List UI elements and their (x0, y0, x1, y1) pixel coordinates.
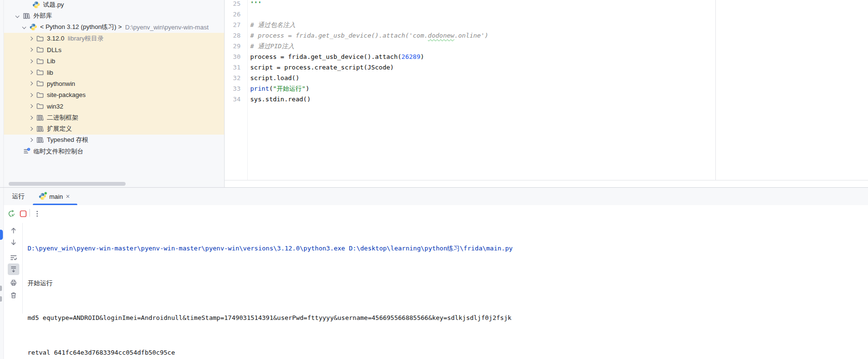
more-options-button[interactable] (32, 208, 43, 219)
toolbar-separator (29, 209, 30, 217)
panel-divider[interactable] (0, 187, 868, 188)
console-gutter-separator (22, 223, 23, 314)
comment-text: .online') (455, 32, 488, 39)
tree-item-label: win32 (47, 103, 63, 110)
soft-wrap-button[interactable] (8, 252, 19, 263)
comment-text: # process = frida.get_usb_device().attac… (250, 32, 428, 39)
tree-item-interpreter[interactable]: < Python 3.12 (python练习) > D:\pyenv_win\… (4, 22, 224, 33)
chevron-down-icon[interactable] (19, 26, 29, 28)
active-tab-indicator (33, 204, 77, 205)
code-text: script = process.create_script(JScode) (250, 64, 394, 71)
line-number[interactable]: 26 (225, 9, 241, 20)
line-number[interactable]: 27 (225, 20, 241, 30)
library-icon (36, 136, 44, 144)
line-number[interactable]: 34 (225, 94, 241, 105)
line-number[interactable]: 30 (225, 52, 241, 62)
keyword-print: print (250, 85, 269, 92)
tree-item-label: 试题.py (43, 0, 64, 9)
line-number[interactable]: 33 (225, 83, 241, 94)
stripe-icon-partial[interactable] (0, 296, 2, 302)
chevron-down-icon[interactable] (13, 14, 22, 17)
scroll-to-end-button[interactable] (8, 263, 19, 275)
active-toolwindow-indicator (0, 230, 3, 240)
gutter-separator (247, 0, 248, 180)
code-line: # 通过包名注入 (250, 20, 296, 30)
chevron-right-icon[interactable] (26, 37, 36, 40)
code-line: process = frida.get_usb_device().attach(… (250, 52, 424, 62)
tree-item-external-libraries[interactable]: 外部库 (4, 10, 224, 21)
rerun-button[interactable] (6, 208, 17, 219)
folder-icon (36, 35, 44, 42)
editor-bottom-border (225, 180, 868, 180)
code-line: # 通过PID注入 (250, 41, 294, 52)
tree-item-label: lib (47, 69, 53, 76)
chevron-right-icon[interactable] (26, 105, 36, 108)
running-indicator (44, 192, 47, 195)
chevron-right-icon[interactable] (26, 71, 36, 74)
close-icon[interactable]: × (66, 193, 70, 200)
tree-item-folder[interactable]: Lib (4, 55, 224, 67)
tree-item-label: site-packages (47, 91, 85, 98)
tree-item-folder[interactable]: pythonwin (4, 78, 224, 89)
chevron-right-icon[interactable] (26, 127, 36, 130)
code-line: script = process.create_script(JScode) (250, 62, 394, 73)
code-text: ) (420, 53, 424, 60)
tree-item-file[interactable]: 试题.py (4, 0, 224, 10)
comment-text: # 通过包名注入 (250, 21, 296, 28)
tree-item-folder[interactable]: lib (4, 67, 224, 78)
line-number[interactable]: 29 (225, 41, 241, 52)
code-text: process = frida.get_usb_device().attach( (250, 53, 401, 60)
up-stacktrace-button[interactable] (8, 225, 19, 236)
typo-highlight: dodonew (428, 32, 455, 39)
folder-icon (36, 91, 44, 99)
chevron-right-icon[interactable] (26, 82, 36, 85)
console-output[interactable]: D:\pyenv_win\pyenv-win-master\pyenv-win-… (28, 220, 674, 359)
run-tabstrip: 运行 main × (4, 188, 868, 205)
code-text: sys.stdin.read() (250, 96, 311, 103)
tree-item-label: Lib (47, 57, 55, 65)
chevron-right-icon[interactable] (26, 94, 36, 97)
project-tree-panel: 试题.py 外部库 < Python 3.12 (python练习) > D:\… (4, 0, 225, 187)
folder-icon (36, 57, 44, 65)
stop-button[interactable] (18, 208, 28, 219)
tab-main[interactable]: main × (33, 188, 75, 205)
clear-console-button[interactable] (8, 290, 19, 301)
toolwindow-title[interactable]: 运行 (12, 188, 25, 205)
chevron-right-icon[interactable] (26, 116, 36, 119)
line-number[interactable]: 28 (225, 30, 241, 41)
toolwindow-stripe (0, 0, 4, 359)
tree-item-extension-definitions[interactable]: 扩展定义 (4, 123, 224, 134)
tree-item-label: Typeshed 存根 (47, 136, 88, 144)
library-icon (22, 12, 30, 20)
horizontal-scrollbar[interactable] (9, 182, 126, 186)
tree-item-typeshed[interactable]: Typeshed 存根 (4, 135, 224, 146)
chevron-right-icon[interactable] (26, 138, 36, 141)
tree-item-folder[interactable]: DLLs (4, 44, 224, 55)
line-number[interactable]: 31 (225, 62, 241, 73)
print-button[interactable] (8, 277, 19, 289)
down-stacktrace-button[interactable] (8, 236, 19, 248)
python-icon (29, 23, 37, 31)
tree-item-binary-frameworks[interactable]: 二进制框架 (4, 112, 224, 123)
tree-item-label: 扩展定义 (47, 124, 72, 133)
docstring-delimiter: ''' (250, 0, 261, 7)
tree-item-folder[interactable]: win32 (4, 101, 224, 112)
line-number[interactable]: 32 (225, 73, 241, 83)
tree-item-label: < Python 3.12 (python练习) > (40, 23, 122, 31)
number-literal: 26289 (401, 53, 420, 60)
run-toolwindow: 运行 main × (4, 188, 868, 359)
code-text: ( (269, 85, 273, 92)
tree-item-label: 临时文件和控制台 (33, 147, 84, 156)
tree-item-folder[interactable]: 3.12.0 library根目录 (4, 33, 224, 44)
tree-item-scratches[interactable]: 临时文件和控制台 (4, 146, 224, 157)
tree-item-folder[interactable]: site-packages (4, 89, 224, 100)
chevron-right-icon[interactable] (26, 48, 36, 51)
line-number[interactable]: 25 (225, 0, 241, 9)
chevron-right-icon[interactable] (26, 60, 36, 63)
stripe-icon-partial[interactable] (0, 286, 2, 291)
tab-label: main (49, 193, 63, 200)
comment-text: # 通过PID注入 (250, 42, 294, 50)
python-icon (32, 1, 40, 9)
code-text: ) (306, 85, 310, 92)
folder-icon (36, 102, 44, 110)
